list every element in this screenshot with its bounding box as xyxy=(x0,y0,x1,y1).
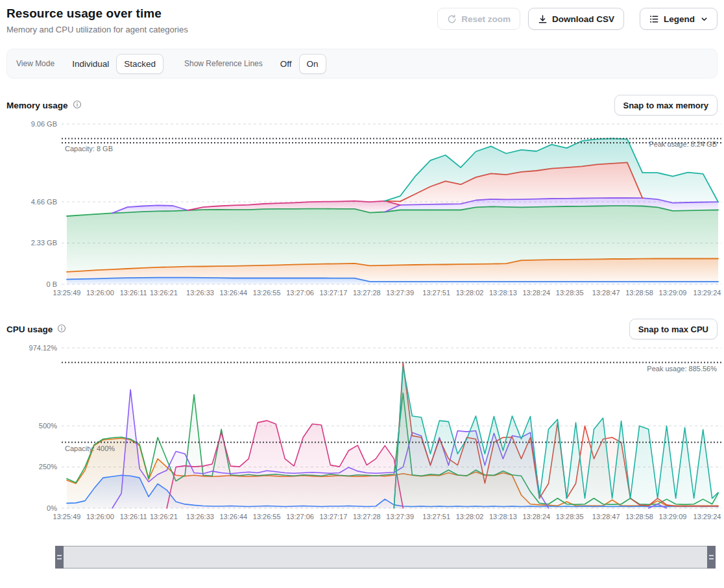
download-csv-label: Download CSV xyxy=(552,14,614,24)
cpu-section-title: CPU usage xyxy=(6,324,66,335)
page-subtitle: Memory and CPU utilization for agent cat… xyxy=(6,25,188,34)
x-tick-label: 13:26:00 xyxy=(86,513,114,521)
reference-line-label: Peak usage: 885.56% xyxy=(647,365,717,373)
x-tick-label: 13:28:13 xyxy=(489,289,517,297)
x-tick-label: 13:27:17 xyxy=(319,289,347,297)
x-tick-label: 13:28:02 xyxy=(456,513,484,521)
x-tick-label: 13:28:35 xyxy=(556,513,584,521)
x-tick-label: 13:27:17 xyxy=(319,513,347,521)
x-tick-label: 13:29:24 xyxy=(694,289,721,297)
x-tick-label: 13:29:09 xyxy=(659,289,687,297)
legend-label: Legend xyxy=(664,14,695,24)
y-tick-label: 2.33 GB xyxy=(31,239,57,247)
x-tick-label: 13:26:55 xyxy=(253,513,281,521)
snap-to-max-cpu-button[interactable]: Snap to max CPU xyxy=(629,319,718,339)
y-tick-label: 0% xyxy=(47,504,57,512)
header: Resource usage over time Memory and CPU … xyxy=(6,5,718,34)
info-icon[interactable] xyxy=(73,100,82,111)
x-tick-label: 13:27:06 xyxy=(286,289,314,297)
x-tick-label: 13:28:02 xyxy=(456,289,484,297)
memory-section-title: Memory usage xyxy=(6,100,82,111)
reference-lines-group: Show Reference Lines Off On xyxy=(184,54,326,74)
brush-handle-left[interactable] xyxy=(55,546,64,569)
x-tick-label: 13:26:21 xyxy=(150,513,178,521)
x-tick-label: 13:28:58 xyxy=(625,513,653,521)
x-tick-label: 13:27:06 xyxy=(286,513,314,521)
x-tick-label: 13:28:47 xyxy=(592,513,620,521)
series-area-teal xyxy=(394,367,718,508)
header-titles: Resource usage over time Memory and CPU … xyxy=(6,5,188,34)
refresh-icon xyxy=(447,14,457,24)
y-tick-label: 4.66 GB xyxy=(31,198,57,206)
x-tick-label: 13:26:00 xyxy=(86,289,114,297)
x-tick-label: 13:28:24 xyxy=(522,513,550,521)
y-tick-label: 500% xyxy=(39,422,57,430)
y-tick-label: 974.12% xyxy=(29,344,58,352)
x-tick-label: 13:26:33 xyxy=(186,289,214,297)
memory-section-header: Memory usage Snap to max memory xyxy=(6,94,718,116)
page-title: Resource usage over time xyxy=(6,6,188,21)
view-mode-individual[interactable]: Individual xyxy=(65,55,116,73)
x-tick-label: 13:27:39 xyxy=(386,289,414,297)
show-reference-lines-label: Show Reference Lines xyxy=(184,59,263,68)
reference-lines-off[interactable]: Off xyxy=(273,55,299,73)
x-tick-label: 13:28:35 xyxy=(556,289,584,297)
x-tick-label: 13:28:47 xyxy=(592,289,620,297)
x-tick-label: 13:27:28 xyxy=(353,513,381,521)
y-tick-label: 250% xyxy=(39,463,57,471)
reset-zoom-label: Reset zoom xyxy=(461,14,511,24)
snap-to-max-memory-button[interactable]: Snap to max memory xyxy=(614,95,718,116)
x-tick-label: 13:25:49 xyxy=(53,513,81,521)
x-tick-label: 13:26:44 xyxy=(219,289,247,297)
reference-line-label: Capacity: 8 GB xyxy=(65,145,113,153)
cpu-chart-svg[interactable]: 974.12%500%250%0%13:25:4913:26:0013:26:1… xyxy=(6,341,724,526)
x-tick-label: 13:26:21 xyxy=(150,289,178,297)
x-tick-label: 13:26:55 xyxy=(253,289,281,297)
brush-handle-right[interactable] xyxy=(707,546,716,569)
x-tick-label: 13:28:24 xyxy=(522,289,550,297)
cpu-title-text: CPU usage xyxy=(6,325,53,334)
reference-line-label: Peak usage: 8.24 GB xyxy=(649,140,717,148)
x-tick-label: 13:26:33 xyxy=(186,513,214,521)
x-tick-label: 13:26:11 xyxy=(120,289,147,297)
reference-line-label: Capacity: 400% xyxy=(65,445,115,452)
download-icon xyxy=(538,14,548,24)
x-tick-label: 13:27:28 xyxy=(353,289,381,297)
header-actions: Reset zoom Download CSV Legend xyxy=(437,8,718,30)
legend-list-icon xyxy=(649,14,659,24)
x-tick-label: 13:27:51 xyxy=(422,513,450,521)
memory-title-text: Memory usage xyxy=(6,101,68,110)
legend-button[interactable]: Legend xyxy=(640,8,718,30)
time-range-brush[interactable] xyxy=(55,546,716,569)
x-tick-label: 13:27:51 xyxy=(422,289,450,297)
chevron-down-icon xyxy=(701,16,708,23)
x-tick-label: 13:26:44 xyxy=(219,513,247,521)
dashboard: Resource usage over time Memory and CPU … xyxy=(0,0,724,582)
cpu-section-header: CPU usage Snap to max CPU xyxy=(6,318,718,340)
view-mode-label: View Mode xyxy=(16,59,54,68)
reference-lines-on[interactable]: On xyxy=(299,54,326,74)
y-tick-label: 9.06 GB xyxy=(31,120,57,128)
info-icon[interactable] xyxy=(57,324,66,335)
x-tick-label: 13:27:39 xyxy=(386,513,414,521)
memory-chart-svg[interactable]: 9.06 GB4.66 GB2.33 GB0 B13:25:4913:26:00… xyxy=(6,117,724,302)
view-controls-bar: View Mode Individual Stacked Show Refere… xyxy=(6,49,718,79)
x-tick-label: 13:29:24 xyxy=(694,513,721,521)
x-tick-label: 13:26:11 xyxy=(120,513,147,521)
x-tick-label: 13:28:13 xyxy=(489,513,517,521)
view-mode-stacked[interactable]: Stacked xyxy=(116,54,163,74)
download-csv-button[interactable]: Download CSV xyxy=(528,8,624,30)
x-tick-label: 13:28:58 xyxy=(625,289,653,297)
reset-zoom-button[interactable]: Reset zoom xyxy=(437,8,520,30)
x-tick-label: 13:25:49 xyxy=(53,289,81,297)
y-tick-label: 0 B xyxy=(46,280,57,288)
x-tick-label: 13:29:09 xyxy=(659,513,687,521)
